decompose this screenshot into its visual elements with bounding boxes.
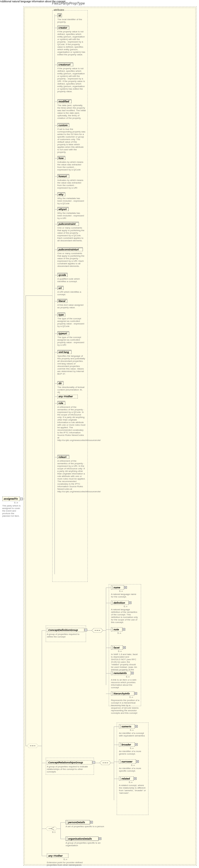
attr-creator: creator	[57, 26, 69, 30]
rel-group-desc: A group of properties required to indica…	[47, 765, 92, 773]
def-sequence	[92, 628, 103, 633]
attr-qcode: qcode	[57, 273, 67, 277]
choice-compositor	[46, 826, 57, 831]
el-sameas: sameAs	[119, 724, 135, 728]
el-hierarchyinfo: hierarchyInfo	[111, 691, 134, 695]
el-definition-exp[interactable]	[129, 601, 132, 604]
el-broader: broader	[119, 742, 135, 747]
el-broader-occurs: 0..∞	[130, 747, 134, 749]
el-facet-exp[interactable]	[123, 646, 126, 649]
el-related-desc: A related concept, where the relationshi…	[119, 784, 147, 794]
attr-literal-desc: A free-text value assigned as property v…	[57, 304, 86, 309]
el-narrower: narrower	[119, 760, 136, 764]
el-narrower-exp[interactable]	[136, 760, 139, 763]
el-persondetails-exp[interactable]	[90, 821, 93, 824]
attr-roleuri: roleuri	[57, 456, 69, 459]
root-sequence	[27, 744, 38, 748]
page-title: Flex1PartyPropType	[52, 1, 85, 5]
rel-group-exp[interactable]	[92, 761, 95, 764]
root-element-label: assignedTo	[4, 497, 18, 500]
el-facet: facet	[111, 645, 123, 650]
root-element: assignedTo	[2, 497, 20, 501]
el-name: name	[111, 585, 124, 590]
el-note-desc: Additional natural language information …	[0, 0, 199, 3]
attr-how-desc: Indicates by which means the value was e…	[57, 161, 86, 171]
attr-id: id	[57, 14, 62, 17]
choice-occurs: 0..1	[52, 831, 56, 833]
root-desc: The party which is assigned to cover the…	[2, 504, 22, 517]
el-narrower-desc: An identifier of a more specific concept…	[119, 767, 146, 772]
attr-creator-desc: If the property value is not defined, sp…	[57, 30, 86, 56]
attr-how: how	[57, 157, 65, 160]
el-note-occurs: 0..∞	[117, 632, 121, 634]
attr-anyattr: any ##other	[57, 395, 78, 398]
attr-pubconstraint: pubconstraint	[57, 222, 79, 226]
attr-pubconstrainturi: pubconstrainturi	[57, 248, 83, 251]
el-hierarchyinfo-exp[interactable]	[135, 692, 137, 695]
el-remoteinfo-desc: A link to an item or a web resource whic…	[111, 679, 138, 689]
el-sameas-desc: An identifier of a concept with equivale…	[119, 732, 146, 737]
attr-role: role	[57, 402, 65, 405]
el-related: related	[119, 776, 134, 781]
def-group-label: ConceptDefinitionGroup	[48, 629, 78, 631]
el-broader-exp[interactable]	[135, 743, 138, 746]
root-expander[interactable]	[20, 498, 23, 500]
el-any-other-occurs: 0..∞	[64, 858, 67, 860]
el-broader-desc: An identifier of a more generic concept.	[119, 750, 146, 755]
el-organisationdetails-exp[interactable]	[99, 837, 101, 840]
attr-qcode-desc: A qualified code which identifies a conc…	[57, 278, 86, 283]
attr-xml-lang-desc: Specifies the language of this property …	[57, 355, 86, 375]
el-related-exp[interactable]	[134, 777, 137, 780]
rel-group: ConceptRelationshipsGroup	[47, 760, 92, 765]
el-any-other-desc: Extension point for provider-defined pro…	[47, 861, 84, 866]
rel-group-label: ConceptRelationshipsGroup	[48, 761, 83, 764]
def-group-expander[interactable]	[85, 629, 87, 631]
attr-howuri: howuri	[57, 175, 69, 178]
attr-why: why	[57, 193, 65, 196]
attr-literal: literal	[57, 300, 67, 303]
attr-whyuri: whyuri	[57, 208, 69, 211]
el-remoteinfo-occurs: 0..∞	[126, 676, 130, 678]
el-note: note	[111, 627, 122, 631]
el-sameas-occurs: 0..∞	[130, 729, 134, 731]
attr-xml-lang: xml:lang	[57, 350, 72, 354]
rel-sequence	[100, 761, 111, 765]
el-facet-occurs: 0..∞	[118, 650, 122, 652]
attr-uri: uri	[57, 286, 64, 290]
attr-modified: modified	[57, 100, 72, 103]
el-name-exp[interactable]	[124, 586, 127, 589]
el-definition-occurs: 0..∞	[124, 606, 127, 608]
def-group: ConceptDefinitionGroup	[47, 628, 84, 632]
attr-pubconstrainturi-desc: One or many constraints that apply to pu…	[57, 252, 86, 268]
el-name-desc: A natural language name for the concept.	[111, 593, 138, 598]
attr-custom-desc: If set to true the corresponding propert…	[57, 128, 86, 153]
attr-uri-desc: A URI which identifies a concept.	[57, 291, 86, 296]
el-definition-desc: A natural language definition of the sem…	[111, 608, 138, 624]
el-remoteinfo: remoteInfo	[111, 671, 131, 675]
attr-dir: dir	[57, 382, 64, 385]
attr-type: type	[57, 313, 65, 316]
outer-container-inner	[24, 8, 196, 865]
el-name-occurs: 0..∞	[119, 590, 123, 592]
el-note-exp[interactable]	[123, 628, 125, 631]
attr-typeuri: typeuri	[57, 332, 69, 335]
def-group-desc: A group of properties required to define…	[47, 633, 83, 638]
el-definition: definition	[111, 600, 129, 605]
attr-pubconstraint-desc: One or many constraints that apply to pu…	[57, 226, 86, 242]
attributes-container	[52, 10, 88, 582]
el-narrower-occurs: 0..∞	[131, 764, 135, 766]
el-sameas-exp[interactable]	[135, 725, 138, 727]
attributes-label: attributes	[53, 8, 64, 11]
el-remoteinfo-exp[interactable]	[131, 672, 134, 674]
el-hierarchyinfo-desc: Represents the position of a concept in …	[111, 699, 139, 714]
attr-creatoruri-desc: If the property value is not defined, sp…	[57, 67, 86, 93]
attr-dir-desc: The directionality of textual content (e…	[57, 386, 86, 394]
el-persondetails: personDetails	[65, 820, 90, 824]
attr-howuri-desc: Indicates by which means the value was e…	[57, 179, 86, 189]
attr-role-desc: A refinement of the semantics of the pro…	[57, 406, 86, 441]
el-organisationdetails-desc: A group of properties specific to an org…	[65, 842, 105, 847]
root-occurs: 0..∞	[14, 501, 18, 504]
attr-roleuri-desc: A refinement of the semantics of the pro…	[57, 460, 86, 493]
el-organisationdetails: organisationDetails	[65, 837, 98, 841]
attr-typeuri-desc: The type of the concept assigned as cont…	[57, 336, 86, 346]
